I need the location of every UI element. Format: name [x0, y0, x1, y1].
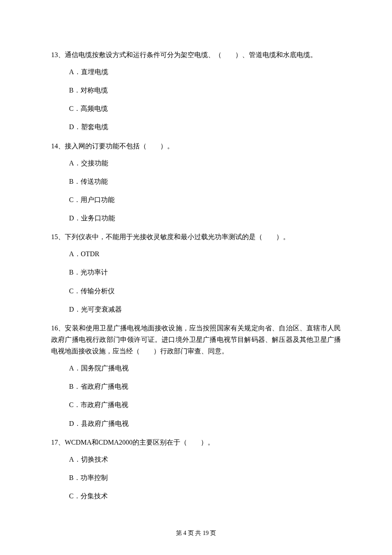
option-a: A．OTDR	[69, 249, 341, 260]
question-text: 17、WCDMA和CDMA2000的主要区别在于（ ）。	[51, 436, 341, 448]
option-c: C．市政府广播电视	[69, 399, 341, 410]
option-c: C．传输分析仪	[69, 286, 341, 297]
question-stem: 接入网的订要功能不包括（ ）。	[65, 142, 174, 150]
option-b: B．光功率计	[69, 267, 341, 278]
document-content: 13、通信电缆按敷设方式和运行条件可分为架空电缆、（ ）、管道电缆和水底电缆。 …	[51, 49, 341, 502]
question-text: 14、接入网的订要功能不包括（ ）。	[51, 140, 341, 152]
option-a: A．交接功能	[69, 158, 341, 169]
question-17: 17、WCDMA和CDMA2000的主要区别在于（ ）。 A．切换技术 B．功率…	[51, 436, 341, 502]
option-a: A．切换技术	[69, 454, 341, 465]
option-d: D．塑套电缆	[69, 121, 341, 133]
question-number: 17、	[51, 439, 65, 446]
question-options: A．交接功能 B．传送功能 C．用户口功能 D．业务口功能	[51, 158, 341, 224]
question-text: 16、安装和使用卫星广播电视地面接收设施，应当按照国家有关规定向省、自治区、直辖…	[51, 322, 341, 357]
question-options: A．切换技术 B．功率控制 C．分集技术	[51, 454, 341, 502]
question-text: 15、下列仪表中，不能用于光接收灵敏度和最小过载光功率测试的是（ ）。	[51, 231, 341, 243]
question-options: A．OTDR B．光功率计 C．传输分析仪 D．光可变衰减器	[51, 249, 341, 315]
option-c: C．用户口功能	[69, 194, 341, 205]
option-a: A．直埋电缆	[69, 66, 341, 78]
option-b: B．省政府广播电视	[69, 381, 341, 392]
question-number: 15、	[51, 233, 65, 240]
question-15: 15、下列仪表中，不能用于光接收灵敏度和最小过载光功率测试的是（ ）。 A．OT…	[51, 231, 341, 315]
option-c: C．高频电缆	[69, 103, 341, 114]
option-d: D．业务口功能	[69, 213, 341, 224]
option-a: A．国务院广播电视	[69, 363, 341, 374]
option-b: B．对称电缆	[69, 85, 341, 96]
question-stem: 下列仪表中，不能用于光接收灵敏度和最小过载光功率测试的是（ ）。	[65, 233, 290, 240]
page-footer: 第 4 页 共 19 页	[0, 529, 392, 537]
question-number: 16、	[51, 324, 65, 332]
option-b: B．传送功能	[69, 176, 341, 187]
question-options: A．直埋电缆 B．对称电缆 C．高频电缆 D．塑套电缆	[51, 66, 341, 133]
question-stem: 安装和使用卫星广播电视地面接收设施，应当按照国家有关规定向省、自治区、直辖市人民…	[51, 324, 341, 355]
option-b: B．功率控制	[69, 472, 341, 483]
question-stem: WCDMA和CDMA2000的主要区别在于（ ）。	[65, 439, 214, 446]
question-number: 14、	[51, 142, 65, 150]
option-d: D．光可变衰减器	[69, 304, 341, 315]
question-number: 13、	[51, 51, 65, 58]
option-c: C．分集技术	[69, 491, 341, 502]
question-14: 14、接入网的订要功能不包括（ ）。 A．交接功能 B．传送功能 C．用户口功能…	[51, 140, 341, 224]
question-stem: 通信电缆按敷设方式和运行条件可分为架空电缆、（ ）、管道电缆和水底电缆。	[65, 51, 317, 58]
question-text: 13、通信电缆按敷设方式和运行条件可分为架空电缆、（ ）、管道电缆和水底电缆。	[51, 49, 341, 61]
question-16: 16、安装和使用卫星广播电视地面接收设施，应当按照国家有关规定向省、自治区、直辖…	[51, 322, 341, 429]
option-d: D．县政府广播电视	[69, 418, 341, 429]
question-options: A．国务院广播电视 B．省政府广播电视 C．市政府广播电视 D．县政府广播电视	[51, 363, 341, 429]
question-13: 13、通信电缆按敷设方式和运行条件可分为架空电缆、（ ）、管道电缆和水底电缆。 …	[51, 49, 341, 133]
